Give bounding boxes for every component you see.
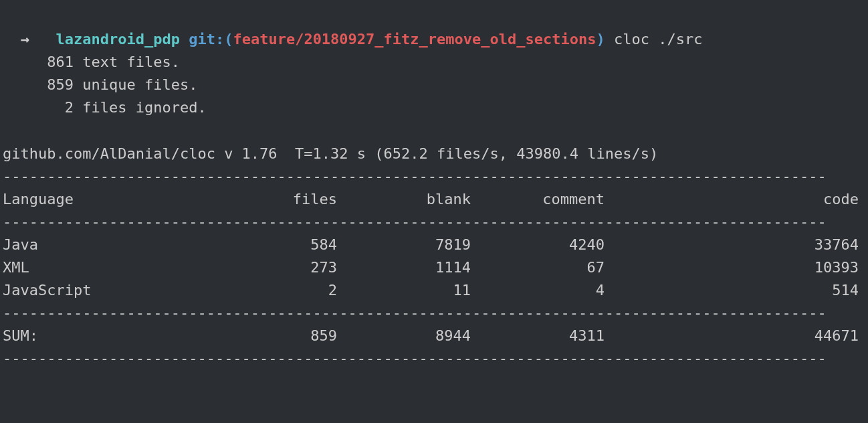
header-comment: comment bbox=[471, 188, 605, 211]
divider: ----------------------------------------… bbox=[3, 165, 865, 188]
header-files: files bbox=[203, 188, 337, 211]
table-row: JavaScript 2 11 4 514 bbox=[3, 279, 865, 302]
cell-blank: 7819 bbox=[337, 234, 471, 256]
header-blank: blank bbox=[337, 188, 471, 211]
summary-unique-files: 859 unique files. bbox=[3, 74, 865, 96]
cell-language: JavaScript bbox=[3, 279, 203, 302]
header-code: code bbox=[605, 188, 865, 211]
table-row: Java 584 7819 4240 33764 bbox=[3, 234, 865, 256]
prompt-line[interactable]: → lazandroid_pdp git:(feature/20180927_f… bbox=[3, 5, 865, 51]
prompt-arrow-icon: → bbox=[21, 31, 29, 48]
sum-code: 44671 bbox=[605, 325, 865, 347]
prompt-paren-open: ( bbox=[224, 31, 233, 48]
prompt-directory: lazandroid_pdp bbox=[56, 31, 180, 48]
cell-files: 2 bbox=[203, 279, 337, 302]
summary-text-files: 861 text files. bbox=[3, 51, 865, 74]
cell-code: 10393 bbox=[605, 256, 865, 279]
divider: ----------------------------------------… bbox=[3, 302, 865, 325]
sum-blank: 8944 bbox=[337, 325, 471, 347]
prompt-paren-close: ) bbox=[596, 31, 605, 48]
cell-files: 584 bbox=[203, 234, 337, 256]
prompt-git-label: git: bbox=[189, 31, 224, 48]
cell-blank: 11 bbox=[337, 279, 471, 302]
cell-code: 33764 bbox=[605, 234, 865, 256]
cell-language: Java bbox=[3, 234, 203, 256]
table-row: XML 273 1114 67 10393 bbox=[3, 256, 865, 279]
divider: ----------------------------------------… bbox=[3, 347, 865, 370]
divider: ----------------------------------------… bbox=[3, 211, 865, 234]
cell-comment: 4240 bbox=[471, 234, 605, 256]
prompt-command: cloc ./src bbox=[614, 31, 702, 48]
cell-files: 273 bbox=[203, 256, 337, 279]
sum-language: SUM: bbox=[3, 325, 203, 347]
cell-comment: 67 bbox=[471, 256, 605, 279]
cell-language: XML bbox=[3, 256, 203, 279]
header-language: Language bbox=[3, 188, 203, 211]
cloc-info-line: github.com/AlDanial/cloc v 1.76 T=1.32 s… bbox=[3, 143, 865, 165]
blank-line bbox=[3, 119, 865, 142]
cell-comment: 4 bbox=[471, 279, 605, 302]
cell-blank: 1114 bbox=[337, 256, 471, 279]
sum-files: 859 bbox=[203, 325, 337, 347]
table-sum-row: SUM: 859 8944 4311 44671 bbox=[3, 325, 865, 347]
sum-comment: 4311 bbox=[471, 325, 605, 347]
table-header: Language files blank comment code bbox=[3, 188, 865, 211]
prompt-branch: feature/20180927_fitz_remove_old_section… bbox=[233, 31, 596, 48]
cell-code: 514 bbox=[605, 279, 865, 302]
summary-ignored-files: 2 files ignored. bbox=[3, 96, 865, 119]
